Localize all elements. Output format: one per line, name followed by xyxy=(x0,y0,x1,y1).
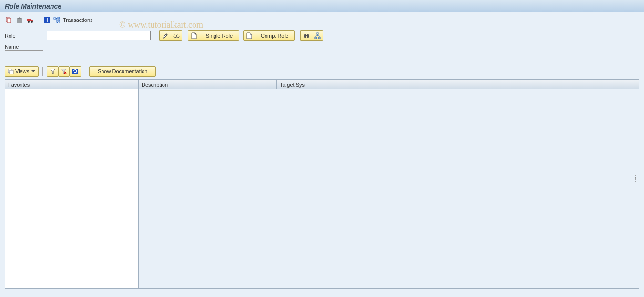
edit-button[interactable] xyxy=(159,30,171,41)
glasses-icon xyxy=(173,32,180,39)
views-icon xyxy=(8,69,14,74)
transport-icon[interactable] xyxy=(26,15,35,25)
svg-rect-13 xyxy=(58,20,60,21)
role-input[interactable] xyxy=(47,31,151,40)
svg-rect-21 xyxy=(317,33,318,34)
filter-delete-button[interactable] xyxy=(58,66,70,77)
views-button[interactable]: Views xyxy=(5,66,39,77)
comp-role-label: Comp. Role xyxy=(258,33,291,39)
views-label: Views xyxy=(15,69,29,74)
comp-role-button[interactable]: Comp. Role xyxy=(243,30,295,41)
chevron-down-icon xyxy=(31,70,35,72)
svg-rect-28 xyxy=(72,69,78,74)
pencil-icon xyxy=(162,32,169,39)
svg-point-15 xyxy=(174,35,176,38)
name-label: Name xyxy=(5,44,43,51)
refresh-button[interactable] xyxy=(70,66,81,77)
table-header: Favorites Description Target Sys xyxy=(5,80,639,89)
svg-rect-20 xyxy=(306,35,307,36)
hierarchy-icon xyxy=(314,32,321,39)
filter-group xyxy=(47,66,81,77)
table-body xyxy=(5,89,639,288)
document-icon xyxy=(246,32,252,39)
svg-rect-22 xyxy=(315,37,317,39)
svg-point-16 xyxy=(176,35,179,38)
transactions-label: Transactions xyxy=(63,17,93,23)
single-role-label: Single Role xyxy=(203,33,236,39)
svg-point-7 xyxy=(28,21,30,23)
svg-text:i: i xyxy=(46,17,48,23)
single-role-button[interactable]: Single Role xyxy=(188,30,239,41)
title-bar: Role Maintenance xyxy=(0,0,644,12)
favorites-table: Favorites Description Target Sys xyxy=(5,79,639,289)
svg-rect-14 xyxy=(58,22,60,23)
details-panel xyxy=(139,89,639,288)
separator xyxy=(42,67,43,76)
svg-rect-23 xyxy=(318,37,320,39)
search-group xyxy=(300,30,323,41)
svg-point-8 xyxy=(31,21,33,23)
role-row: Role Single R xyxy=(5,30,639,41)
filter-icon xyxy=(50,69,56,74)
tree-expand-button[interactable] xyxy=(312,30,323,41)
form-area: Role Single R xyxy=(0,28,644,57)
favorites-panel[interactable] xyxy=(5,89,139,288)
column-favorites[interactable]: Favorites xyxy=(5,80,139,89)
show-documentation-button[interactable]: Show Documentation xyxy=(89,66,156,77)
delete-icon[interactable] xyxy=(15,15,24,25)
info-icon[interactable]: i xyxy=(42,15,52,25)
grid-toolbar: Views Show Documentation xyxy=(0,64,644,79)
binoculars-button[interactable] xyxy=(300,30,312,41)
resize-dots: ····· xyxy=(315,78,320,82)
column-empty xyxy=(465,80,639,89)
tree-icon[interactable]: Transactions xyxy=(53,15,93,25)
edit-display-group xyxy=(159,30,182,41)
page-title: Role Maintenance xyxy=(5,2,61,10)
svg-rect-1 xyxy=(7,18,11,23)
svg-rect-12 xyxy=(58,17,60,19)
show-doc-label: Show Documentation xyxy=(98,69,148,74)
separator xyxy=(39,16,39,24)
display-button[interactable] xyxy=(171,30,182,41)
filter-x-icon xyxy=(61,69,67,74)
refresh-icon xyxy=(72,68,79,75)
separator xyxy=(85,67,85,76)
resize-handle[interactable]: ⋮⋮ xyxy=(633,176,639,180)
name-row: Name xyxy=(5,44,639,51)
svg-rect-11 xyxy=(54,18,56,19)
svg-rect-25 xyxy=(10,70,13,74)
column-description[interactable]: Description xyxy=(139,80,277,89)
filter-button[interactable] xyxy=(47,66,58,77)
svg-rect-5 xyxy=(27,19,31,21)
document-icon xyxy=(191,32,197,39)
role-label: Role xyxy=(5,33,43,39)
binoculars-icon xyxy=(303,32,310,39)
column-target-sys[interactable]: Target Sys xyxy=(277,80,465,89)
app-toolbar: i Transactions xyxy=(0,12,644,28)
copy-icon[interactable] xyxy=(4,15,13,25)
